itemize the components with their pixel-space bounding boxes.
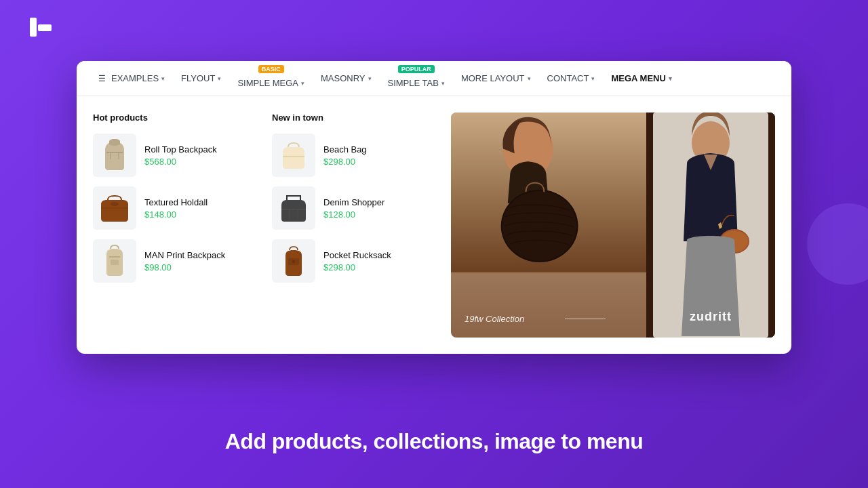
product-thumb-roll-top: [93, 134, 136, 177]
new-in-town-column: New in town Beach Bag $298.00: [272, 113, 435, 338]
new-in-town-title: New in town: [272, 113, 435, 123]
nav-item-flyout[interactable]: FLYOUT ▾: [173, 61, 229, 96]
product-item-beach-bag[interactable]: Beach Bag $298.00: [272, 134, 435, 177]
product-name-textured-holdall: Textured Holdall: [144, 197, 256, 207]
product-price-beach-bag: $298.00: [323, 157, 435, 167]
images-section: 19fw Collection: [451, 113, 775, 338]
chevron-down-icon: ▾: [528, 75, 531, 82]
chevron-down-icon: ▾: [591, 75, 595, 82]
product-price-man-print: $98.00: [144, 262, 256, 272]
product-name-beach-bag: Beach Bag: [323, 144, 435, 155]
product-thumb-pocket-rucksack: [272, 239, 315, 283]
product-info-denim-shopper: Denim Shopper $128.00: [323, 197, 435, 220]
decorative-circle: [807, 203, 868, 285]
chevron-down-icon: ▾: [301, 80, 304, 87]
chevron-down-icon: ▾: [218, 75, 221, 82]
basic-badge: BASIC: [258, 65, 284, 73]
navbar: ☰ EXAMPLES ▾ FLYOUT ▾ BASIC SIMPLE MEGA …: [77, 61, 791, 96]
nav-item-more-layout[interactable]: MORE LAYOUT ▾: [453, 61, 539, 96]
product-info-beach-bag: Beach Bag $298.00: [323, 144, 435, 167]
logo: [27, 14, 54, 45]
chevron-down-icon: ▾: [368, 75, 372, 82]
svg-rect-1: [38, 24, 52, 31]
collection-image-right: zudritt: [646, 113, 775, 338]
product-price-pocket-rucksack: $298.00: [323, 262, 435, 272]
page-tagline: Add products, collections, image to menu: [0, 429, 868, 454]
product-name-roll-top: Roll Top Backpack: [144, 144, 256, 155]
brand-label: zudritt: [690, 310, 732, 323]
svg-point-9: [502, 191, 577, 261]
product-item-textured-holdall[interactable]: Textured Holdall $148.00: [93, 186, 256, 230]
hot-products-column: Hot products Roll Top Backpack $568.00: [93, 113, 256, 338]
chevron-down-icon: ▾: [441, 80, 445, 87]
product-thumb-textured-holdall: [93, 186, 136, 230]
product-price-denim-shopper: $128.00: [323, 209, 435, 220]
collection-label: 19fw Collection: [465, 314, 524, 324]
product-item-roll-top-backpack[interactable]: Roll Top Backpack $568.00: [93, 134, 256, 177]
product-price-roll-top: $568.00: [144, 157, 256, 167]
product-item-man-print-backpack[interactable]: MAN Print Backpack $98.00: [93, 239, 256, 283]
product-info-pocket-rucksack: Pocket Rucksack $298.00: [323, 250, 435, 272]
chevron-down-icon: ▾: [161, 75, 165, 82]
svg-point-2: [111, 202, 119, 206]
product-thumb-denim-shopper: [272, 186, 315, 230]
chevron-down-icon: ▾: [669, 75, 672, 82]
product-info-roll-top: Roll Top Backpack $568.00: [144, 144, 256, 167]
dropdown-panel: Hot products Roll Top Backpack $568.00: [77, 96, 791, 354]
product-info-textured-holdall: Textured Holdall $148.00: [144, 197, 256, 220]
product-thumb-beach-bag: [272, 134, 315, 177]
nav-item-simple-tab[interactable]: POPULAR SIMPLE TAB ▾: [380, 61, 453, 96]
popular-badge: POPULAR: [398, 65, 435, 73]
collection-image-left: 19fw Collection: [451, 113, 646, 338]
product-item-pocket-rucksack[interactable]: Pocket Rucksack $298.00: [272, 239, 435, 283]
nav-item-examples[interactable]: ☰ EXAMPLES ▾: [90, 61, 173, 96]
product-name-man-print: MAN Print Backpack: [144, 250, 256, 260]
nav-item-mega-menu[interactable]: MEGA MENU ▾: [603, 61, 679, 96]
product-thumb-man-print: [93, 239, 136, 283]
main-card: ☰ EXAMPLES ▾ FLYOUT ▾ BASIC SIMPLE MEGA …: [77, 61, 791, 354]
nav-item-contact[interactable]: CONTACT ▾: [539, 61, 604, 96]
hot-products-title: Hot products: [93, 113, 256, 123]
product-price-textured-holdall: $148.00: [144, 209, 256, 220]
product-info-man-print: MAN Print Backpack $98.00: [144, 250, 256, 272]
nav-item-masonry[interactable]: MASONRY ▾: [313, 61, 380, 96]
product-name-denim-shopper: Denim Shopper: [323, 197, 435, 207]
nav-item-simple-mega[interactable]: BASIC SIMPLE MEGA ▾: [229, 61, 313, 96]
product-name-pocket-rucksack: Pocket Rucksack: [323, 250, 435, 260]
svg-rect-3: [111, 260, 119, 265]
svg-point-5: [292, 260, 295, 263]
svg-rect-0: [30, 18, 37, 37]
product-item-denim-shopper[interactable]: Denim Shopper $128.00: [272, 186, 435, 230]
